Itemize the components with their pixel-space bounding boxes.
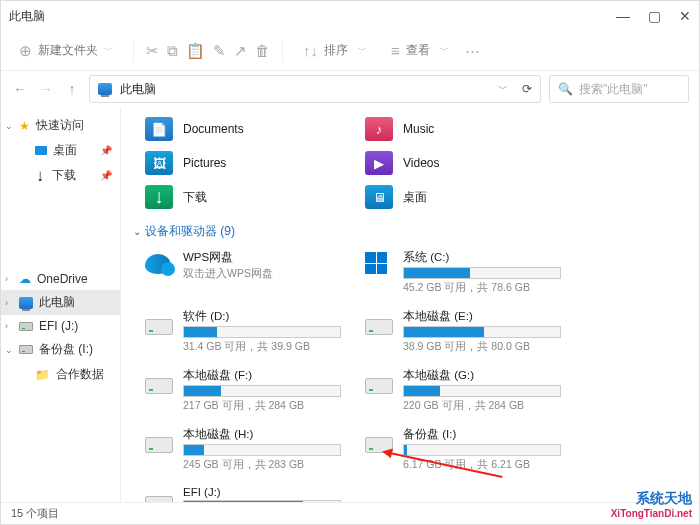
usage-bar	[183, 500, 341, 502]
drive-item[interactable]: 本地磁盘 (H:)245 GB 可用，共 283 GB	[143, 425, 343, 474]
refresh-button[interactable]: ⟳	[522, 82, 532, 96]
minimize-button[interactable]: —	[616, 8, 630, 24]
up-button[interactable]: ↑	[63, 81, 81, 97]
close-button[interactable]: ✕	[679, 8, 691, 24]
sidebar-item-onedrive[interactable]: › ☁ OneDrive	[1, 268, 120, 290]
view-button[interactable]: ≡ 查看	[383, 38, 457, 63]
lib-pictures[interactable]: 🖼Pictures	[143, 149, 333, 177]
sidebar-item-desktop[interactable]: 桌面 📌	[1, 138, 120, 163]
drive-sub: 31.4 GB 可用，共 39.9 GB	[183, 340, 341, 354]
drive-sub: 220 GB 可用，共 284 GB	[403, 399, 561, 413]
chevron-down-icon[interactable]: ﹀	[498, 82, 508, 96]
lib-label: 下载	[183, 189, 207, 206]
forward-button[interactable]: →	[37, 81, 55, 97]
download-icon: ⭣	[35, 170, 46, 182]
lib-downloads[interactable]: ⭣下载	[143, 183, 333, 211]
lib-documents[interactable]: 📄Documents	[143, 115, 333, 143]
new-folder-label: 新建文件夹	[38, 42, 98, 59]
lib-desktop[interactable]: 🖥桌面	[363, 183, 553, 211]
sort-button[interactable]: ↑↓ 排序	[295, 38, 375, 63]
drive-name: EFI (J:)	[183, 486, 341, 498]
desktop-icon	[35, 146, 47, 155]
paste-icon[interactable]: 📋	[186, 42, 205, 60]
drive-sub: 38.9 GB 可用，共 80.0 GB	[403, 340, 561, 354]
drive-item[interactable]: 系统 (C:)45.2 GB 可用，共 78.6 GB	[363, 248, 563, 297]
folder-icon: 📁	[35, 368, 50, 382]
chevron-down-icon: ⌄	[5, 345, 13, 355]
lib-label: Documents	[183, 122, 244, 136]
address-bar[interactable]: 此电脑 ﹀ ⟳	[89, 75, 541, 103]
new-folder-button[interactable]: ⊕ 新建文件夹 ﹀	[11, 38, 121, 64]
hdd-icon	[145, 437, 173, 453]
drive-item[interactable]: 本地磁盘 (G:)220 GB 可用，共 284 GB	[363, 366, 563, 415]
usage-bar	[183, 326, 341, 338]
main-pane: 📄Documents ♪Music 🖼Pictures ▶Videos ⭣下载 …	[121, 107, 699, 502]
chevron-right-icon: ›	[5, 321, 8, 331]
rename-icon[interactable]: ✎	[213, 42, 226, 60]
drive-item[interactable]: 软件 (D:)31.4 GB 可用，共 39.9 GB	[143, 307, 343, 356]
sort-label: 排序	[324, 42, 348, 59]
sidebar-item-downloads[interactable]: ⭣ 下载 📌	[1, 163, 120, 188]
wps-icon	[145, 254, 171, 274]
lib-music[interactable]: ♪Music	[363, 115, 553, 143]
maximize-button[interactable]: ▢	[648, 8, 661, 24]
sidebar-item-thispc[interactable]: › 此电脑	[1, 290, 120, 315]
videos-icon: ▶	[365, 151, 393, 175]
copy-icon[interactable]: ⧉	[167, 42, 178, 60]
sidebar-label: 合作数据	[56, 366, 104, 383]
cut-icon[interactable]: ✂	[146, 42, 159, 60]
back-button[interactable]: ←	[11, 81, 29, 97]
lib-label: Pictures	[183, 156, 226, 170]
sidebar-label: OneDrive	[37, 272, 88, 286]
sidebar-item-quickaccess[interactable]: ⌄ ★ 快速访问	[1, 113, 120, 138]
usage-bar	[183, 444, 341, 456]
more-icon[interactable]: ⋯	[465, 42, 480, 60]
sort-icon: ↑↓	[303, 42, 318, 59]
drive-icon	[19, 322, 33, 331]
chevron-right-icon: ›	[5, 274, 8, 284]
lib-label: 桌面	[403, 189, 427, 206]
documents-icon: 📄	[145, 117, 173, 141]
lib-videos[interactable]: ▶Videos	[363, 149, 553, 177]
drive-item[interactable]: 本地磁盘 (F:)217 GB 可用，共 284 GB	[143, 366, 343, 415]
sidebar-item-efi[interactable]: › EFI (J:)	[1, 315, 120, 337]
drive-sub: 245 GB 可用，共 283 GB	[183, 458, 341, 472]
sidebar-label: EFI (J:)	[39, 319, 78, 333]
drive-name: 备份盘 (I:)	[403, 427, 561, 442]
drive-item[interactable]: WPS网盘双击进入WPS网盘	[143, 248, 343, 297]
sidebar-item-coop[interactable]: 📁 合作数据	[1, 362, 120, 387]
section-label: 设备和驱动器 (9)	[145, 223, 235, 240]
delete-icon[interactable]: 🗑	[255, 42, 270, 59]
drives-grid: WPS网盘双击进入WPS网盘系统 (C:)45.2 GB 可用，共 78.6 G…	[143, 248, 687, 502]
search-placeholder: 搜索"此电脑"	[579, 81, 648, 98]
drive-sub: 217 GB 可用，共 284 GB	[183, 399, 341, 413]
section-header-devices[interactable]: ⌄ 设备和驱动器 (9)	[133, 223, 687, 240]
view-icon: ≡	[391, 42, 400, 59]
lib-label: Videos	[403, 156, 439, 170]
item-count: 15 个项目	[11, 506, 59, 521]
drive-name: 本地磁盘 (H:)	[183, 427, 341, 442]
usage-bar	[183, 385, 341, 397]
chevron-down-icon: ⌄	[5, 121, 13, 131]
watermark-cn: 系统天地	[611, 490, 692, 508]
search-icon: 🔍	[558, 82, 573, 96]
search-input[interactable]: 🔍 搜索"此电脑"	[549, 75, 689, 103]
titlebar: 此电脑 — ▢ ✕	[1, 1, 699, 31]
drive-name: 本地磁盘 (G:)	[403, 368, 561, 383]
libraries: 📄Documents ♪Music 🖼Pictures ▶Videos ⭣下载 …	[143, 115, 687, 211]
music-icon: ♪	[365, 117, 393, 141]
drive-item[interactable]: EFI (J:)109 MB 可用，共 449 MB	[143, 484, 343, 502]
hdd-icon	[145, 378, 173, 394]
chevron-down-icon: ⌄	[133, 226, 141, 237]
sidebar-item-backup[interactable]: ⌄ 备份盘 (I:)	[1, 337, 120, 362]
drive-name: WPS网盘	[183, 250, 341, 265]
pc-icon	[19, 297, 33, 309]
download-icon: ⭣	[145, 185, 173, 209]
window-title: 此电脑	[9, 8, 45, 25]
lib-label: Music	[403, 122, 434, 136]
drive-item[interactable]: 本地磁盘 (E:)38.9 GB 可用，共 80.0 GB	[363, 307, 563, 356]
chevron-down-icon: ﹀	[104, 44, 113, 57]
separator	[133, 40, 134, 62]
share-icon[interactable]: ↗	[234, 42, 247, 60]
pc-icon	[98, 83, 112, 95]
